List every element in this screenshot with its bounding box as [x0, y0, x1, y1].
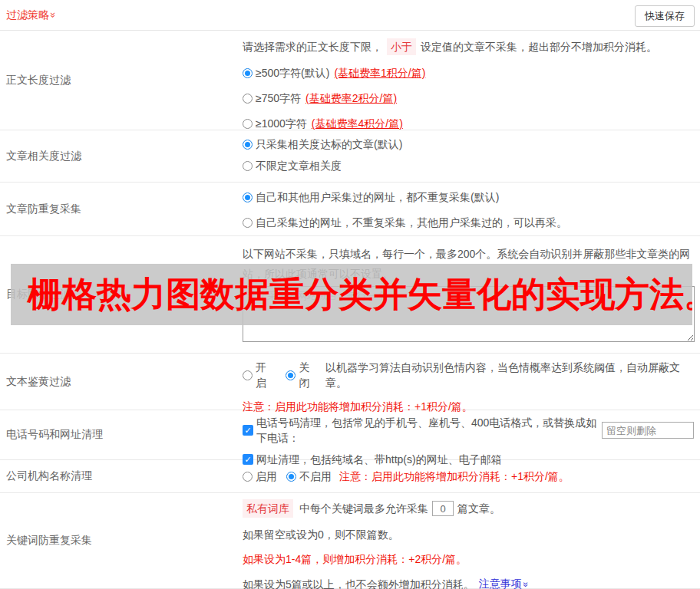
row-relevance-filter: 文章相关度过滤 只采集相关度达标的文章(默认) 不限定文章相关度 [0, 130, 700, 183]
radio-option-dedup-own[interactable]: 自己采集过的网址，不重复采集，其他用户采集过的，可以再采。 [243, 215, 694, 230]
fee-note: (基础费率4积分/篇) [312, 116, 403, 131]
quick-save-button[interactable]: 快速保存 [635, 5, 695, 27]
page-title-text: 过滤策略 [6, 8, 49, 21]
radio-option-1000[interactable]: ≥1000字符 (基础费率4积分/篇) [243, 116, 694, 131]
private-lexicon-badge: 私有词库 [243, 499, 293, 518]
chevron-down-icon: » [48, 12, 59, 18]
row-phone-url-clean: 电话号码和网址清理 ✓ 电话号码清理，包括常见的手机号、座机号、400电话格式，… [0, 410, 700, 460]
row-label: 文章相关度过滤 [0, 130, 243, 182]
radio-icon[interactable] [243, 218, 253, 228]
row-dedup-filter: 文章防重复采集 自己和其他用户采集过的网址，都不重复采集(默认) 自己采集过的网… [0, 183, 700, 236]
fee-note: (基础费率1积分/篇) [334, 65, 425, 81]
radio-icon-on[interactable] [243, 370, 253, 380]
row-keyword-dedup: 关键词防重复采集 私有词库 中每个关键词最多允许采集 篇文章。 如果留空或设为0… [0, 493, 700, 589]
keyword-note-five: 如果设为5篇或以上，也不会额外增加积分消耗。 [243, 577, 474, 589]
watermark-banner: 栅格热力图数据重分类并矢量化的实现方法。 [11, 264, 692, 325]
row-content-length-filter: 正文长度过滤 请选择需求的正文长度下限，小于设定值的文章不采集，超出部分不增加积… [0, 31, 700, 130]
radio-label: 只采集相关度达标的文章(默认) [256, 137, 402, 152]
radio-icon-enable[interactable] [243, 472, 253, 482]
radio-option-relevant-only[interactable]: 只采集相关度达标的文章(默认) [243, 137, 694, 152]
keyword-limit-text: 中每个关键词最多允许采集 [299, 501, 428, 516]
keyword-limit-text-end: 篇文章。 [457, 501, 500, 516]
row-label: 文章防重复采集 [0, 183, 243, 235]
phone-replacement-input[interactable] [602, 422, 694, 439]
row-label: 公司机构名称清理 [0, 460, 243, 492]
keyword-note-zero: 如果留空或设为0，则不限篇数。 [243, 527, 694, 542]
chevron-down-icon: » [518, 582, 533, 587]
page-header: 过滤策略» 快速保存 [0, 0, 700, 31]
keyword-note-fee: 如果设为1-4篇，则增加积分消耗：+2积分/篇。 [243, 551, 694, 567]
radio-selected-icon-off[interactable] [286, 370, 296, 380]
radio-option-750[interactable]: ≥750字符 (基础费率2积分/篇) [243, 90, 694, 106]
row-label: 文本鉴黄过滤 [0, 354, 243, 410]
radio-label-off: 关闭 [299, 360, 319, 390]
page-title[interactable]: 过滤策略» [6, 8, 56, 22]
radio-option-dedup-all[interactable]: 自己和其他用户采集过的网址，都不重复采集(默认) [243, 189, 694, 205]
radio-label: ≥1000字符 [256, 116, 307, 131]
radio-icon[interactable] [243, 119, 253, 129]
radio-label: 自己和其他用户采集过的网址，都不重复采集(默认) [256, 189, 499, 205]
radio-option-500[interactable]: ≥500字符(默认) (基础费率1积分/篇) [243, 65, 694, 81]
radio-label-on: 开启 [256, 360, 276, 390]
row-label: 关键词防重复采集 [0, 493, 243, 588]
radio-option-no-limit[interactable]: 不限定文章相关度 [243, 158, 694, 173]
row-company-clean: 公司机构名称清理 启用 不启用 注意：启用此功能将增加积分消耗：+1积分/篇。 [0, 460, 700, 493]
less-than-highlight: 小于 [387, 38, 416, 55]
company-clean-note: 注意：启用此功能将增加积分消耗：+1积分/篇。 [339, 469, 570, 484]
row-label: 正文长度过滤 [0, 31, 243, 130]
porn-filter-desc: 以机器学习算法自动识别色情内容，当色情概率达到系统阈值，自动屏蔽文章。 [325, 360, 694, 390]
radio-icon[interactable] [243, 94, 253, 104]
radio-label: 自己采集过的网址，不重复采集，其他用户采集过的，可以再采。 [256, 215, 567, 230]
content-length-intro: 请选择需求的正文长度下限，小于设定值的文章不采集，超出部分不增加积分消耗。 [243, 38, 694, 55]
row-porn-filter: 文本鉴黄过滤 开启 关闭 以机器学习算法自动识别色情内容，当色情概率达到系统阈值… [0, 354, 700, 410]
watermark-text: 栅格热力图数据重分类并矢量化的实现方法。 [11, 271, 692, 318]
radio-label-disable: 不启用 [299, 469, 332, 484]
radio-icon[interactable] [243, 161, 253, 171]
filter-strategy-page: 过滤策略» 快速保存 正文长度过滤 请选择需求的正文长度下限，小于设定值的文章不… [0, 0, 700, 589]
radio-label-enable: 启用 [256, 469, 277, 484]
radio-selected-icon[interactable] [243, 140, 253, 150]
radio-label: 不限定文章相关度 [256, 158, 342, 173]
checkbox-checked-icon-phone[interactable]: ✓ [243, 425, 253, 436]
row-label: 电话号码和网址清理 [0, 410, 243, 459]
keyword-count-input[interactable] [432, 501, 454, 516]
fee-note: (基础费率2积分/篇) [305, 90, 397, 106]
radio-selected-icon-disable[interactable] [286, 472, 296, 482]
notice-link[interactable]: 注意事项» [479, 576, 529, 589]
phone-clean-label: 电话号码清理，包括常见的手机号、座机号、400电话格式，或替换成如下电话： [256, 415, 599, 446]
radio-label: ≥500字符(默认) [256, 65, 329, 81]
radio-label: ≥750字符 [256, 90, 301, 106]
radio-selected-icon[interactable] [243, 192, 253, 202]
radio-selected-icon[interactable] [243, 68, 253, 78]
